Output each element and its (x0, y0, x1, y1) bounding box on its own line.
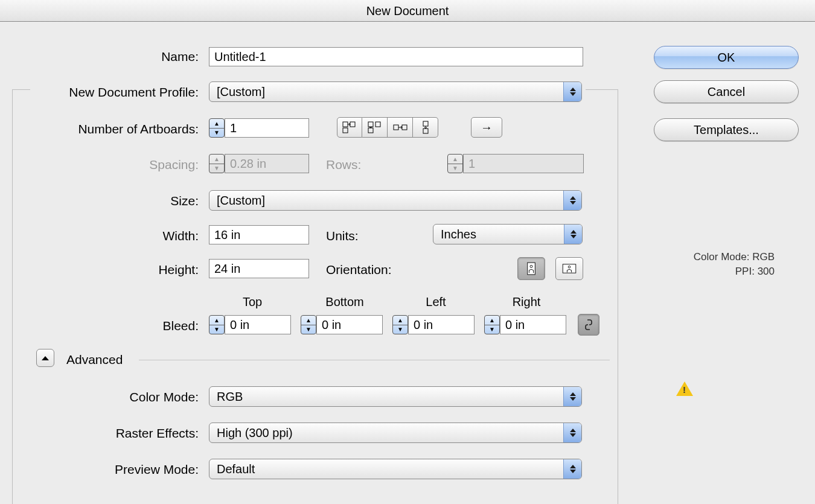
label-rows: Rows: (326, 158, 398, 172)
chevron-updown-icon (564, 225, 582, 244)
grid-by-column-icon[interactable] (362, 117, 388, 138)
svg-rect-8 (423, 121, 428, 126)
label-profile: New Document Profile: (0, 85, 199, 100)
dialog-title: New Document (0, 0, 815, 22)
artboards-field[interactable] (225, 118, 309, 138)
arrow-right-icon: → (481, 121, 493, 135)
portrait-icon (526, 262, 537, 275)
chevron-updown-icon (563, 459, 581, 479)
ok-button[interactable]: OK (654, 46, 799, 69)
landscape-icon (562, 263, 577, 274)
svg-rect-0 (343, 122, 348, 127)
bleed-right-stepper[interactable]: ▲▼ (484, 315, 500, 334)
label-bleed: Bleed: (0, 319, 199, 333)
color-mode-dropdown[interactable]: RGB (209, 386, 582, 407)
side-info: Color Mode: RGB PPI: 300 (654, 250, 775, 279)
label-top: Top (216, 295, 289, 309)
label-bottom: Bottom (305, 295, 384, 309)
bleed-right-field[interactable] (500, 315, 566, 334)
group-border (12, 89, 30, 90)
label-size: Size: (0, 194, 199, 208)
side-info-ppi: PPI: 300 (654, 264, 775, 279)
label-advanced: Advanced (66, 352, 123, 367)
units-dropdown-label: Inches (433, 225, 564, 244)
grid-by-row-icon[interactable] (337, 117, 362, 138)
arrange-row-icon[interactable] (388, 117, 413, 138)
label-width: Width: (0, 229, 199, 243)
warning-icon (676, 381, 693, 396)
layout-direction-button[interactable]: → (471, 117, 502, 138)
raster-effects-dropdown[interactable]: High (300 ppi) (209, 423, 582, 443)
svg-rect-9 (423, 129, 428, 133)
label-right: Right (490, 295, 563, 309)
profile-dropdown[interactable]: [Custom] (209, 81, 582, 102)
label-spacing: Spacing: (0, 158, 199, 172)
advanced-rule (139, 360, 610, 360)
orientation-landscape-button[interactable] (555, 257, 583, 280)
bleed-left-field[interactable] (408, 315, 475, 334)
arrange-column-icon[interactable] (413, 117, 438, 138)
preview-mode-dropdown-label: Default (209, 459, 563, 479)
cancel-button[interactable]: Cancel (654, 80, 799, 103)
rows-field: 1 (463, 154, 584, 173)
chevron-updown-icon (563, 387, 581, 406)
grid-by-column-icon (367, 121, 383, 134)
arrange-column-icon (418, 121, 433, 134)
triangle-up-icon (42, 356, 49, 360)
name-field[interactable] (209, 47, 583, 66)
label-left: Left (400, 295, 472, 309)
templates-button[interactable]: Templates... (654, 118, 799, 141)
label-orientation: Orientation: (326, 263, 423, 277)
svg-rect-5 (376, 122, 380, 127)
label-units: Units: (326, 229, 398, 243)
svg-rect-1 (350, 122, 355, 127)
label-preview-mode: Preview Mode: (0, 462, 199, 477)
color-mode-dropdown-label: RGB (209, 387, 563, 406)
chevron-updown-icon (563, 191, 581, 210)
svg-rect-3 (368, 122, 373, 127)
group-border (586, 89, 618, 90)
height-field[interactable] (209, 259, 309, 278)
chevron-updown-icon (563, 82, 581, 101)
preview-mode-dropdown[interactable]: Default (209, 459, 582, 479)
artboards-stepper[interactable]: ▲▼ (209, 118, 225, 138)
spacing-stepper: ▲▼ (209, 154, 225, 173)
arrange-row-icon (392, 121, 408, 134)
side-info-color-mode: Color Mode: RGB (654, 250, 775, 264)
advanced-disclosure[interactable] (36, 349, 54, 367)
svg-rect-7 (402, 125, 407, 130)
size-dropdown-label: [Custom] (209, 191, 563, 210)
bleed-left-stepper[interactable]: ▲▼ (392, 315, 408, 334)
size-dropdown[interactable]: [Custom] (209, 190, 582, 211)
svg-rect-2 (343, 128, 348, 133)
label-name: Name: (0, 49, 199, 64)
label-height: Height: (0, 263, 199, 277)
svg-rect-4 (368, 128, 373, 133)
svg-rect-10 (528, 263, 535, 275)
rows-stepper: ▲▼ (447, 154, 463, 173)
width-field[interactable] (209, 225, 309, 244)
raster-effects-dropdown-label: High (300 ppi) (209, 423, 563, 442)
svg-rect-12 (563, 264, 576, 273)
profile-dropdown-label: [Custom] (209, 82, 563, 101)
bleed-bottom-field[interactable] (316, 315, 383, 334)
link-icon (584, 319, 593, 331)
grid-by-row-icon (342, 121, 357, 134)
spacing-field: 0.28 in (225, 154, 309, 173)
chevron-updown-icon (563, 423, 581, 442)
label-color-mode: Color Mode: (0, 390, 199, 404)
svg-rect-6 (394, 125, 398, 130)
bleed-top-field[interactable] (225, 315, 291, 334)
orientation-portrait-button[interactable] (517, 257, 545, 280)
bleed-top-stepper[interactable]: ▲▼ (209, 315, 225, 334)
label-raster-effects: Raster Effects: (0, 426, 199, 441)
units-dropdown[interactable]: Inches (433, 224, 583, 244)
bleed-bottom-stepper[interactable]: ▲▼ (301, 315, 316, 334)
label-artboards: Number of Artboards: (0, 122, 199, 136)
link-bleed-button[interactable] (578, 314, 599, 336)
